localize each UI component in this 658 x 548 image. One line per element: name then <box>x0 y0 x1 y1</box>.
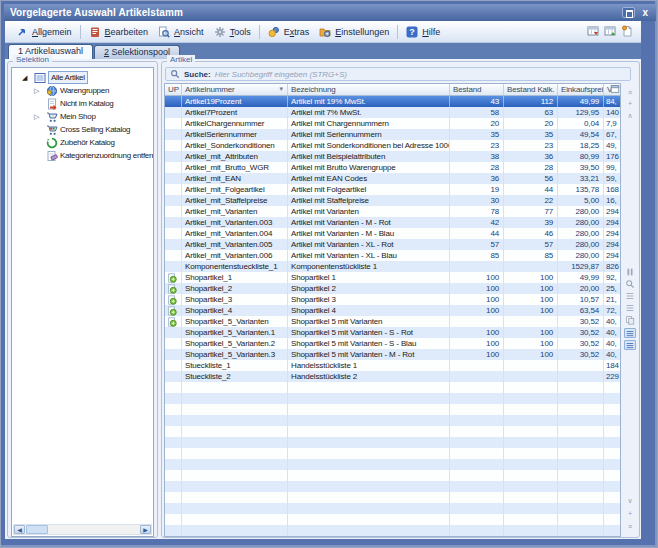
scroll-first-button[interactable]: ≡ <box>624 88 636 99</box>
table-row[interactable]: Shopartikel_5_Varianten.3Shopartikel 5 m… <box>165 349 620 360</box>
cell-empty <box>504 415 558 426</box>
scroll-up-button[interactable]: ∧ <box>624 111 636 122</box>
cell-up <box>165 250 182 261</box>
table-row[interactable]: Artikel_mit_Varianten.006Artikel mit Var… <box>165 250 620 261</box>
tree-item-cross-selling-katalog[interactable]: Cross Selling Katalog <box>12 123 153 136</box>
scroll-plus-down-button[interactable]: + <box>624 509 636 520</box>
cell-empty <box>165 415 182 426</box>
table-green-icon <box>604 25 616 37</box>
table-row[interactable]: Artikel_SonderkonditionenArtikel mit Son… <box>165 140 620 151</box>
tree-item-label: Zubehör Katalog <box>60 136 115 149</box>
scrollbar-thumb[interactable] <box>26 525 48 534</box>
menu-item-extras[interactable]: Extras <box>263 24 315 40</box>
copy-icon[interactable] <box>624 315 636 326</box>
column-header-up[interactable]: UP <box>165 84 182 95</box>
column-header-kalk[interactable]: Bestand Kalk. <box>504 84 558 95</box>
cell-num: 23 <box>504 140 558 151</box>
pause-icon[interactable] <box>624 267 636 278</box>
table-row[interactable]: Shopartikel_5_Varianten.1Shopartikel 5 m… <box>165 327 620 338</box>
column-header-bestand[interactable]: Bestand <box>450 84 504 95</box>
toolbar-button-table-green[interactable] <box>604 23 616 41</box>
tree-item-nicht-im-katalog[interactable]: Nicht im Katalog <box>12 97 153 110</box>
column-chooser-icon[interactable] <box>610 84 620 94</box>
toolbar-button-table-red[interactable] <box>587 23 599 41</box>
table-row[interactable]: Artikel_mit_Varianten.004Artikel mit Var… <box>165 228 620 239</box>
shop-upload-icon <box>167 273 177 283</box>
table-row[interactable]: Komponentenstueckliste_1Komponentenstück… <box>165 261 620 272</box>
filter-icon[interactable] <box>624 303 636 314</box>
tree-expander-icon[interactable]: ▷ <box>34 84 39 97</box>
table-row[interactable]: ArtikelSeriennummerArtikel mit Seriennum… <box>165 129 620 140</box>
cell-empty <box>504 382 558 393</box>
table-row[interactable]: Stueckliste_1Handelsstückliste 1184 <box>165 360 620 371</box>
table-row[interactable]: Artikel19ProzentArtikel mit 19% MwSt.431… <box>165 96 620 107</box>
tree-item-alle-artikel[interactable]: ◢Alle Artikel <box>12 71 153 84</box>
tree-item-zubeh-r-katalog[interactable]: Zubehör Katalog <box>12 136 153 149</box>
table-row[interactable]: Artikel7ProzentArtikel mit 7% MwSt.58631… <box>165 107 620 118</box>
column-header-ek[interactable]: Einkaufspreis <box>558 84 604 95</box>
cell-num: 39 <box>504 217 558 228</box>
scroll-down-button[interactable]: ∨ <box>624 496 636 507</box>
tree-item-mein-shop[interactable]: ▷Mein Shop <box>12 110 153 123</box>
table-row[interactable]: ArtikelChargennummerArtikel mit Chargenn… <box>165 118 620 129</box>
cell-up <box>165 371 182 382</box>
list-view-icon-2[interactable] <box>624 340 636 350</box>
empty-row <box>165 481 620 492</box>
table-row[interactable]: Shopartikel_3Shopartikel 310010010,5721, <box>165 294 620 305</box>
table-row[interactable]: Shopartikel_1Shopartikel 110010049,9992, <box>165 272 620 283</box>
cell-empty <box>288 525 450 536</box>
menu-item-hilfe[interactable]: ?Hilfe <box>401 24 445 40</box>
cell-num: 280,00 <box>558 228 604 239</box>
menu-item-einstellungen[interactable]: Einstellungen <box>314 24 394 40</box>
scroll-right-button[interactable]: ▶ <box>140 525 151 534</box>
cell-empty <box>604 382 620 393</box>
table-row[interactable]: Shopartikel_5_Varianten.2Shopartikel 5 m… <box>165 338 620 349</box>
cell-up <box>165 162 182 173</box>
cell-num: 57 <box>450 239 504 250</box>
cell-empty <box>182 393 288 404</box>
menu-item-tools[interactable]: Tools <box>209 24 256 40</box>
cell-num: 135,78 <box>558 184 604 195</box>
table-row[interactable]: Shopartikel_5_VariantenShopartikel 5 mit… <box>165 316 620 327</box>
tree-expander-icon[interactable]: ▷ <box>34 110 39 123</box>
rows-icon[interactable] <box>624 291 636 302</box>
table-row[interactable]: Artikel_mit_Brutto_WGRArtikel mit Brutto… <box>165 162 620 173</box>
table-row[interactable]: Artikel_mit_VariantenArtikel mit Variant… <box>165 206 620 217</box>
table-row[interactable]: Artikel_mit_AttributenArtikel mit Beispi… <box>165 151 620 162</box>
cell-empty <box>604 426 620 437</box>
toolbar-button-doc-new[interactable] <box>621 23 633 41</box>
table-row[interactable]: Shopartikel_2Shopartikel 210010020,0025, <box>165 283 620 294</box>
table-row[interactable]: Artikel_mit_StaffelpreiseArtikel mit Sta… <box>165 195 620 206</box>
scroll-left-button[interactable]: ◀ <box>14 525 25 534</box>
table-row[interactable]: Artikel_mit_Varianten.005Artikel mit Var… <box>165 239 620 250</box>
table-row[interactable]: Artikel_mit_FolgeartikelArtikel mit Folg… <box>165 184 620 195</box>
scroll-last-button[interactable]: ≡ <box>624 522 636 533</box>
tree-horizontal-scrollbar[interactable]: ◀ ▶ <box>13 524 152 535</box>
scroll-plus-up-button[interactable]: + <box>624 99 636 110</box>
menu-item-bearbeiten[interactable]: Bearbeiten <box>84 24 154 40</box>
close-button[interactable]: x <box>640 7 650 18</box>
cell-up <box>165 294 182 305</box>
search-input[interactable]: Suche: Hier Suchbegriff eingeben (STRG+S… <box>165 67 631 81</box>
magnifier-icon[interactable] <box>624 279 636 290</box>
tree-item-kategorienzuordnung-entfernen[interactable]: Kategorienzuordnung entfernen <box>12 149 153 162</box>
table-row[interactable]: Artikel_mit_EANArtikel mit EAN Codes3656… <box>165 173 620 184</box>
table-row[interactable]: Shopartikel_4Shopartikel 410010063,5472, <box>165 305 620 316</box>
cell-empty <box>604 525 620 536</box>
table-row[interactable]: Artikel_mit_Varianten.003Artikel mit Var… <box>165 217 620 228</box>
table-row[interactable]: Stueckliste_2Handelsstückliste 2229 <box>165 371 620 382</box>
cell-num: 28 <box>504 162 558 173</box>
tree-expander-icon[interactable]: ◢ <box>22 71 27 84</box>
list-view-icon-1[interactable] <box>624 328 636 338</box>
column-header-bez[interactable]: Bezeichnung <box>288 84 450 95</box>
cell-empty <box>558 415 604 426</box>
restore-button[interactable] <box>622 7 635 18</box>
tree-item-warengruppen[interactable]: ▷Warengruppen <box>12 84 153 97</box>
menu-item-ansicht[interactable]: Ansicht <box>153 24 209 40</box>
cell-bez: Artikel mit 19% MwSt. <box>288 96 450 107</box>
column-header-nr[interactable]: Artikelnummer▼ <box>182 84 288 95</box>
menu-bar-items: AllgemeinBearbeitenAnsichtToolsExtrasEin… <box>11 24 445 40</box>
cell-vk: 21, <box>604 294 620 305</box>
cell-bez: Artikel mit Chargennummern <box>288 118 450 129</box>
menu-item-allgemein[interactable]: Allgemein <box>11 24 77 40</box>
